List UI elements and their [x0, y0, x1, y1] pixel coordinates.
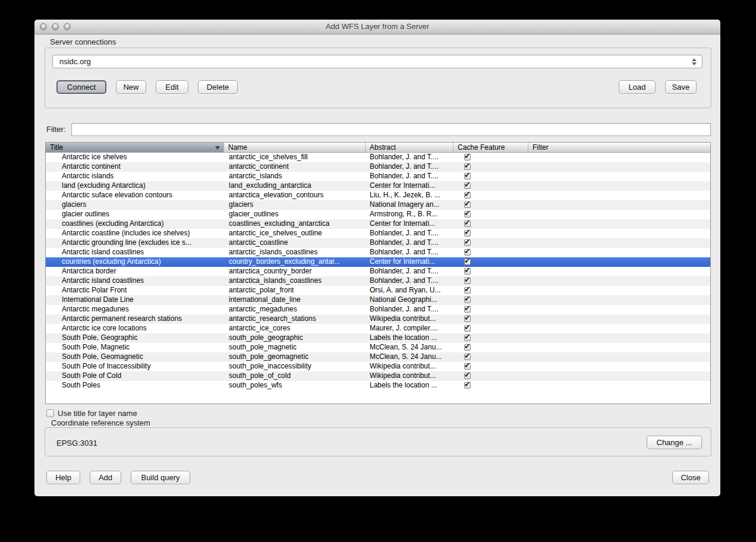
table-row[interactable]: glaciersglaciersNational Imagery an... [46, 200, 710, 210]
cell-name[interactable]: south_pole_of_cold [224, 371, 366, 381]
cell-name[interactable]: international_date_line [224, 295, 366, 305]
table-row[interactable]: Antarctic coastline (includes ice shelve… [46, 229, 710, 238]
cell-abstract[interactable]: Labels the location ... [366, 333, 453, 343]
cell-abstract[interactable]: Wikipedia contribut... [366, 371, 453, 381]
cell-abstract[interactable]: Maurer, J. compiler.... [366, 324, 453, 333]
cell-name[interactable]: glaciers [224, 200, 366, 210]
cell-filter[interactable] [528, 267, 710, 276]
build-query-button[interactable]: Build query [131, 471, 190, 484]
cache-feature-checkbox[interactable] [464, 363, 471, 370]
cell-abstract[interactable]: Bohlander, J. and T.... [366, 305, 453, 314]
table-row[interactable]: land (excluding Antarctica)land_excludin… [46, 181, 710, 191]
cell-name[interactable]: land_excluding_antarctica [224, 181, 366, 191]
change-crs-button[interactable]: Change ... [647, 436, 702, 449]
cell-name[interactable]: south_pole_geographic [224, 333, 366, 343]
table-row[interactable]: Antarctic ice shelvesantarctic_ice_shelv… [46, 153, 710, 162]
server-connection-select[interactable]: nsidc.org [52, 55, 703, 68]
table-row[interactable]: Antarctic islandsantarctic_islandsBohlan… [46, 172, 710, 181]
cell-filter[interactable] [528, 314, 710, 324]
cell-cache-feature[interactable] [453, 314, 528, 324]
cell-title[interactable]: Antarctic continent [46, 162, 224, 172]
table-row[interactable]: Antarctic permanent research stationsant… [46, 314, 710, 324]
table-row[interactable]: Antarctic continentantarctic_continentBo… [46, 162, 710, 172]
cell-title[interactable]: International Date Line [46, 295, 224, 305]
title-bar[interactable]: Add WFS Layer from a Server [34, 20, 720, 34]
cache-feature-checkbox[interactable] [464, 287, 471, 294]
cell-abstract[interactable]: Orsi, A. and Ryan, U... [366, 286, 453, 295]
table-row[interactable]: Antarctic megadunesantarctic_megadunesBo… [46, 305, 710, 314]
table-row[interactable]: countries (excluding Antarctica)country_… [46, 257, 710, 267]
cache-feature-checkbox[interactable] [464, 354, 471, 360]
table-row[interactable]: South Pole, Magneticsouth_pole_magneticM… [46, 343, 710, 352]
cell-name[interactable]: south_poles_wfs [224, 381, 366, 390]
cell-cache-feature[interactable] [453, 333, 528, 343]
cell-name[interactable]: country_borders_excluding_antar... [224, 257, 366, 267]
cell-cache-feature[interactable] [453, 362, 528, 371]
cell-cache-feature[interactable] [453, 191, 528, 200]
cell-title[interactable]: glaciers [46, 200, 224, 210]
cell-abstract[interactable]: National Geographi... [366, 295, 453, 305]
table-row[interactable]: Antarctic island coastlinesantarctic_isl… [46, 248, 710, 257]
cache-feature-checkbox[interactable] [464, 173, 471, 179]
table-row[interactable]: South Pole, Geomagneticsouth_pole_geomag… [46, 352, 710, 362]
column-header-abstract[interactable]: Abstract [366, 143, 453, 153]
cell-filter[interactable] [528, 381, 710, 390]
cell-filter[interactable] [528, 305, 710, 314]
cache-feature-checkbox[interactable] [464, 249, 471, 256]
cache-feature-checkbox[interactable] [464, 192, 471, 198]
cell-title[interactable]: Antarctic island coastlines [46, 276, 224, 286]
cell-title[interactable]: South Pole, Magnetic [46, 343, 224, 352]
cell-title[interactable]: South Poles [46, 381, 224, 390]
cell-name[interactable]: antarctica_islands_coastlines [224, 276, 366, 286]
cell-abstract[interactable]: Bohlander, J. and T.... [366, 172, 453, 181]
cell-title[interactable]: Antarctic ice core locations [46, 324, 224, 333]
cell-abstract[interactable]: National Imagery an... [366, 200, 453, 210]
cell-name[interactable]: antarctic_continent [224, 162, 366, 172]
delete-button[interactable]: Delete [198, 80, 238, 94]
cell-name[interactable]: antarctic_coastline [224, 238, 366, 248]
cell-filter[interactable] [528, 343, 710, 352]
cell-abstract[interactable]: Bohlander, J. and T.... [366, 238, 453, 248]
cell-cache-feature[interactable] [453, 257, 528, 267]
table-row[interactable]: Antarctic island coastlinesantarctica_is… [46, 276, 710, 286]
cell-title[interactable]: South Pole, Geomagnetic [46, 352, 224, 362]
cell-cache-feature[interactable] [453, 162, 528, 172]
cell-cache-feature[interactable] [453, 153, 528, 162]
cell-abstract[interactable]: Bohlander, J. and T.... [366, 229, 453, 238]
cell-cache-feature[interactable] [453, 181, 528, 191]
cell-cache-feature[interactable] [453, 229, 528, 238]
cell-abstract[interactable]: Wikipedia contribut... [366, 314, 453, 324]
table-row[interactable]: South Pole, Geographicsouth_pole_geograp… [46, 333, 710, 343]
cell-title[interactable]: South Pole, Geographic [46, 333, 224, 343]
cell-abstract[interactable]: Center for Internati... [366, 257, 453, 267]
new-button[interactable]: New [116, 80, 146, 94]
cell-abstract[interactable]: Bohlander, J. and T.... [366, 153, 453, 162]
cell-cache-feature[interactable] [453, 305, 528, 314]
cache-feature-checkbox[interactable] [464, 154, 471, 160]
edit-button[interactable]: Edit [156, 80, 188, 94]
cell-filter[interactable] [528, 257, 710, 267]
cell-filter[interactable] [528, 352, 710, 362]
cache-feature-checkbox[interactable] [464, 163, 471, 170]
column-header-cache-feature[interactable]: Cache Feature [453, 143, 528, 153]
column-header-filter[interactable]: Filter [528, 143, 710, 153]
cell-name[interactable]: south_pole_inaccessibility [224, 362, 366, 371]
cell-title[interactable]: Antarctic islands [46, 172, 224, 181]
cell-cache-feature[interactable] [453, 286, 528, 295]
table-row[interactable]: Antarctic grounding line (excludes ice s… [46, 238, 710, 248]
cache-feature-checkbox[interactable] [464, 268, 471, 275]
table-row[interactable]: Antarctic Polar Frontantarctic_polar_fro… [46, 286, 710, 295]
connect-button[interactable]: Connect [56, 80, 106, 94]
cell-abstract[interactable]: Armstrong, R., B. R... [366, 210, 453, 219]
load-button[interactable]: Load [619, 80, 656, 94]
cell-name[interactable]: south_pole_magnetic [224, 343, 366, 352]
table-row[interactable]: South Pole of Coldsouth_pole_of_coldWiki… [46, 371, 710, 381]
cache-feature-checkbox[interactable] [464, 182, 471, 189]
cell-title[interactable]: Antarctic permanent research stations [46, 314, 224, 324]
cell-abstract[interactable]: McClean, S. 24 Janu... [366, 352, 453, 362]
cell-title[interactable]: Antarctic coastline (includes ice shelve… [46, 229, 224, 238]
cell-filter[interactable] [528, 200, 710, 210]
cell-cache-feature[interactable] [453, 200, 528, 210]
cell-filter[interactable] [528, 362, 710, 371]
cell-name[interactable]: antarctic_polar_front [224, 286, 366, 295]
